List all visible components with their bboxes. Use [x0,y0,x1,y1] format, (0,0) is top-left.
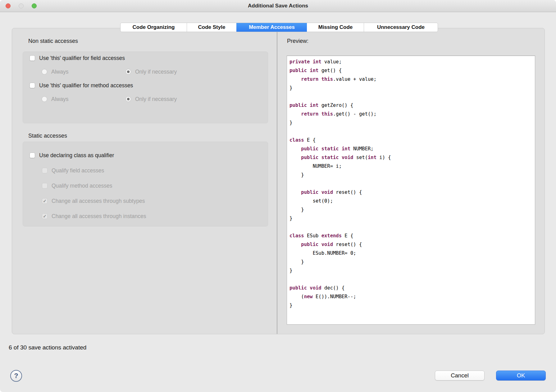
section-title: Static accesses [28,133,67,139]
title-bar[interactable]: Additional Save Actions [0,0,556,12]
checkbox-use-this-qualifier-for-method-accesses[interactable]: ✓ [30,83,35,88]
dialog-window: Additional Save Actions Code OrganizingC… [0,0,556,392]
radio-group-row: AlwaysOnly if necessary [42,95,268,103]
checkbox-row: ✓Qualify method accesses [42,181,268,190]
radio-dot [127,71,130,73]
code-line: } [289,214,532,223]
checkbox-row: ✓Change all accesses through instances [42,212,268,221]
checkbox-use-declaring-class-as-qualifier[interactable]: ✓ [30,153,35,158]
code-line [289,179,532,188]
group-box: ✓Use declaring class as qualifier✓Qualif… [23,142,268,226]
code-line [289,92,532,101]
code-line: } [289,205,532,214]
radio-group-row: AlwaysOnly if necessary [42,67,268,76]
checkbox-row: ✓Change all accesses through subtypes [42,197,268,205]
code-line: NUMBER= i; [289,162,532,171]
vertical-divider [277,28,277,334]
tab-code-organizing[interactable]: Code Organizing [121,23,187,32]
checkbox-label: Change all accesses through instances [52,213,146,220]
checkbox-label: Use 'this' qualifier for method accesses [39,82,133,89]
check-icon: ✓ [42,214,47,219]
code-line: public void reset() { [289,188,532,197]
zoom-button[interactable] [32,3,37,8]
code-line: } [289,266,532,275]
radio-label: Always [51,69,68,75]
radio-option: Only if necessary [125,69,177,75]
checkbox-label: Qualify field accesses [52,167,104,174]
status-text: 6 of 30 save actions activated [9,344,86,351]
group-box: ✓Use 'this' qualifier for field accesses… [23,52,268,123]
checkbox-label: Use declaring class as qualifier [39,152,114,159]
radio-option: Only if necessary [125,96,177,103]
code-preview: private int value;public int get() { ret… [287,56,535,325]
checkbox-qualify-method-accesses: ✓ [42,183,48,189]
check-icon: ✓ [42,198,47,203]
code-line: ESub.NUMBER= 0; [289,249,532,258]
radio-label: Only if necessary [135,69,177,75]
checkbox-change-all-accesses-through-subtypes: ✓ [42,198,48,204]
code-line: public void dec() { [289,284,532,292]
window-title: Additional Save Actions [0,0,556,12]
cancel-button[interactable]: Cancel [435,371,485,381]
code-line: class ESub extends E { [289,231,532,240]
close-button[interactable] [6,3,11,8]
code-line: } [289,258,532,266]
code-line [289,127,532,136]
checkbox-row: ✓Use 'this' qualifier for field accesses [30,54,268,62]
checkbox-label: Qualify method accesses [52,183,112,189]
radio-label: Always [51,96,68,103]
checkbox-label: Change all accesses through subtypes [52,198,145,204]
radio-option: Always [42,96,125,103]
checkbox-label: Use 'this' qualifier for field accesses [39,55,125,62]
code-line: } [289,84,532,92]
code-line: return this.get() - get(); [289,110,532,118]
code-line: public int get() { [289,66,532,75]
radio-always [42,69,47,75]
preview-label: Preview: [287,38,308,44]
checkbox-row: ✓Use declaring class as qualifier [30,151,268,160]
radio-always [42,96,47,102]
minimize-button[interactable] [19,3,24,8]
tab-strip: Code OrganizingCode StyleMember Accesses… [120,23,438,32]
code-line: (new E()).NUMBER--; [289,292,532,301]
code-line: class E { [289,136,532,144]
code-line: } [289,301,532,310]
code-line: } [289,171,532,179]
code-line: private int value; [289,57,532,66]
ok-button[interactable]: OK [496,371,546,381]
radio-only-if-necessary [125,69,131,75]
tab-code-style[interactable]: Code Style [187,23,236,32]
code-line: public int getZero() { [289,101,532,110]
code-line: return this.value + value; [289,75,532,84]
checkbox-row: ✓Use 'this' qualifier for method accesse… [30,81,268,90]
code-line [289,275,532,284]
checkbox-use-this-qualifier-for-field-accesses[interactable]: ✓ [30,55,35,61]
section-title: Non static accesses [28,38,78,44]
code-line: set(0); [289,197,532,205]
content-panel: Non static accesses✓Use 'this' qualifier… [12,28,545,334]
tab-unnecessary-code[interactable]: Unnecessary Code [364,23,438,32]
checkbox-row: ✓Qualify field accesses [42,166,268,175]
checkbox-change-all-accesses-through-instances: ✓ [42,213,48,219]
tab-missing-code[interactable]: Missing Code [307,23,364,32]
tab-member-accesses[interactable]: Member Accesses [236,23,307,32]
code-line: public static void set(int i) { [289,153,532,162]
code-line [289,223,532,231]
question-mark-icon: ? [14,372,18,380]
radio-option: Always [42,69,125,75]
radio-label: Only if necessary [135,96,177,103]
checkbox-qualify-field-accesses: ✓ [42,168,48,173]
radio-only-if-necessary [125,96,131,102]
code-line: public static int NUMBER; [289,144,532,153]
help-button[interactable]: ? [10,370,22,382]
code-line: } [289,118,532,127]
code-line: public void reset() { [289,240,532,249]
radio-dot [127,98,130,100]
